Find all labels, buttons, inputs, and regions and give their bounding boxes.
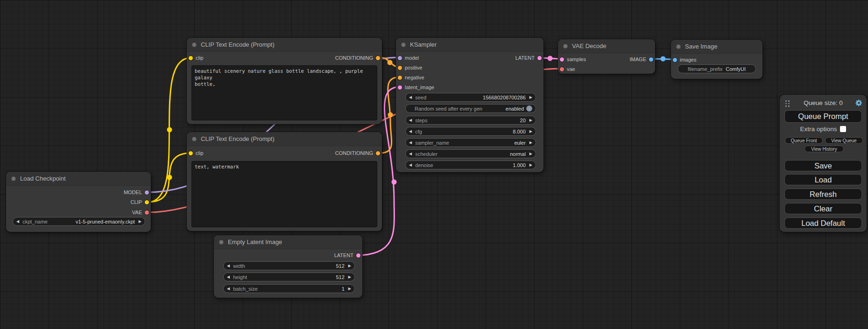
widget-value: 20 — [520, 118, 526, 123]
increment-arrow-icon[interactable]: ▶ — [529, 96, 532, 99]
widget-value: ComfyUI — [726, 66, 746, 72]
increment-arrow-icon[interactable]: ▶ — [529, 141, 532, 145]
clip-output-slot[interactable] — [145, 200, 149, 204]
widget-ckpt-name[interactable]: ◀ ckpt_name v1-5-pruned-emaonly.ckpt ▶ — [13, 217, 145, 226]
output-row-model: MODEL — [6, 188, 151, 197]
clip-input-slot[interactable] — [189, 56, 193, 60]
load-button[interactable]: Load — [784, 174, 862, 185]
increment-arrow-icon[interactable]: ▶ — [529, 163, 532, 167]
decrement-arrow-icon[interactable]: ◀ — [227, 275, 230, 279]
widget-denoise[interactable]: ◀ denoise 1.000 ▶ — [405, 161, 536, 169]
decrement-arrow-icon[interactable]: ◀ — [227, 264, 230, 268]
extra-options-checkbox[interactable] — [840, 126, 846, 132]
clip-input-slot[interactable] — [189, 151, 193, 155]
increment-arrow-icon[interactable]: ▶ — [529, 130, 532, 133]
node-title-bar[interactable]: KSampler — [396, 38, 543, 52]
decrement-arrow-icon[interactable]: ◀ — [409, 141, 412, 145]
collapse-dot-icon[interactable] — [676, 44, 681, 49]
vae-input-slot[interactable] — [560, 67, 564, 71]
conditioning-output-slot[interactable] — [376, 56, 380, 60]
collapse-dot-icon[interactable] — [219, 240, 224, 245]
node-ksampler[interactable]: KSampler model LATENT positive negative … — [396, 38, 543, 172]
node-empty-latent-image[interactable]: Empty Latent Image LATENT ◀ width 512 ▶ … — [214, 235, 362, 298]
latent-output-slot[interactable] — [356, 253, 360, 258]
conditioning-output-slot[interactable] — [376, 151, 380, 155]
comfyui-canvas[interactable]: { "colors": { "model": "#b39ddb", "clip"… — [0, 0, 868, 329]
queue-front-button[interactable]: Queue Front — [785, 137, 823, 144]
decrement-arrow-icon[interactable]: ◀ — [409, 130, 412, 133]
widget-value: 512 — [336, 274, 344, 280]
prompt-textarea[interactable]: text, watermark — [191, 161, 377, 227]
node-title-bar[interactable]: Load Checkpoint — [6, 172, 151, 186]
model-output-slot[interactable] — [145, 190, 149, 195]
decrement-arrow-icon[interactable]: ◀ — [409, 152, 412, 156]
node-title-bar[interactable]: CLIP Text Encode (Prompt) — [187, 132, 382, 146]
latent-image-input-slot[interactable] — [398, 85, 402, 90]
increment-arrow-icon[interactable]: ▶ — [139, 220, 141, 224]
decrement-arrow-icon[interactable]: ◀ — [409, 163, 412, 167]
node-title-bar[interactable]: CLIP Text Encode (Prompt) — [187, 38, 382, 52]
negative-input-slot[interactable] — [398, 76, 402, 80]
widget-scheduler[interactable]: ◀ scheduler normal ▶ — [405, 149, 536, 158]
samples-input-slot[interactable] — [560, 57, 564, 62]
load-default-button[interactable]: Load Default — [784, 217, 862, 229]
decrement-arrow-icon[interactable]: ◀ — [409, 96, 412, 99]
positive-input-slot[interactable] — [398, 66, 402, 70]
widget-seed[interactable]: ◀ seed 156680208700286 ▶ — [405, 93, 536, 102]
link-midpoint-dot — [392, 180, 397, 185]
input-label: samples — [567, 56, 586, 62]
node-save-image[interactable]: Save Image images filename_prefix ComfyU… — [671, 40, 762, 79]
node-title-bar[interactable]: Save Image — [671, 40, 762, 54]
collapse-dot-icon[interactable] — [11, 176, 16, 181]
increment-arrow-icon[interactable]: ▶ — [348, 264, 351, 268]
widget-steps[interactable]: ◀ steps 20 ▶ — [405, 116, 536, 125]
increment-arrow-icon[interactable]: ▶ — [529, 152, 532, 156]
collapse-dot-icon[interactable] — [192, 137, 197, 141]
queue-panel-header: Queue size: 0 — [780, 99, 867, 108]
widget-value: 1 — [342, 286, 345, 292]
widget-value: euler — [514, 140, 525, 146]
settings-gear-icon[interactable] — [855, 99, 863, 107]
latent-output-slot[interactable] — [537, 56, 542, 60]
images-input-slot[interactable] — [673, 58, 677, 62]
save-button[interactable]: Save — [784, 160, 862, 171]
widget-sampler-name[interactable]: ◀ sampler_name euler ▶ — [405, 138, 536, 147]
widget-label: width — [233, 263, 245, 269]
view-queue-button[interactable]: View Queue — [825, 137, 863, 144]
refresh-button[interactable]: Refresh — [784, 189, 862, 200]
output-label: CONDITIONING — [335, 150, 373, 156]
decrement-arrow-icon[interactable]: ◀ — [227, 287, 230, 291]
node-load-checkpoint[interactable]: Load Checkpoint MODEL CLIP VAE ◀ ckpt_na… — [6, 172, 151, 232]
node-title-bar[interactable]: Empty Latent Image — [214, 235, 362, 249]
widget-value: normal — [510, 151, 526, 157]
node-vae-decode[interactable]: VAE Decode samples IMAGE vae — [558, 39, 655, 74]
widget-random-seed-toggle[interactable]: Random seed after every gen enabled — [405, 104, 536, 113]
vae-output-slot[interactable] — [145, 210, 149, 215]
clear-button[interactable]: Clear — [784, 203, 862, 214]
node-clip-text-encode-positive[interactable]: CLIP Text Encode (Prompt) clip CONDITION… — [187, 38, 382, 124]
queue-prompt-button[interactable]: Queue Prompt — [784, 110, 862, 123]
model-input-slot[interactable] — [398, 56, 402, 60]
node-clip-text-encode-negative[interactable]: CLIP Text Encode (Prompt) clip CONDITION… — [187, 132, 382, 231]
decrement-arrow-icon[interactable]: ◀ — [409, 119, 412, 122]
widget-filename-prefix[interactable]: filename_prefix ComfyUI — [677, 64, 756, 73]
node-title: CLIP Text Encode (Prompt) — [201, 135, 275, 142]
increment-arrow-icon[interactable]: ▶ — [348, 287, 351, 291]
node-title-bar[interactable]: VAE Decode — [558, 39, 655, 53]
toggle-dot-icon[interactable] — [526, 105, 532, 112]
widget-label: sampler_name — [415, 140, 449, 146]
collapse-dot-icon[interactable] — [192, 42, 197, 47]
input-label: latent_image — [405, 84, 434, 90]
widget-batch-size[interactable]: ◀ batch_size 1 ▶ — [223, 284, 355, 293]
widget-cfg[interactable]: ◀ cfg 8.000 ▶ — [405, 127, 536, 136]
increment-arrow-icon[interactable]: ▶ — [348, 275, 351, 279]
view-history-button[interactable]: View History — [804, 146, 844, 152]
prompt-textarea[interactable]: beautiful scenery nature glass bottle la… — [191, 65, 377, 120]
image-output-slot[interactable] — [649, 57, 653, 62]
collapse-dot-icon[interactable] — [401, 42, 406, 47]
increment-arrow-icon[interactable]: ▶ — [529, 119, 532, 122]
widget-height[interactable]: ◀ height 512 ▶ — [223, 273, 355, 281]
decrement-arrow-icon[interactable]: ◀ — [16, 220, 19, 224]
collapse-dot-icon[interactable] — [563, 44, 568, 49]
widget-width[interactable]: ◀ width 512 ▶ — [223, 261, 355, 270]
